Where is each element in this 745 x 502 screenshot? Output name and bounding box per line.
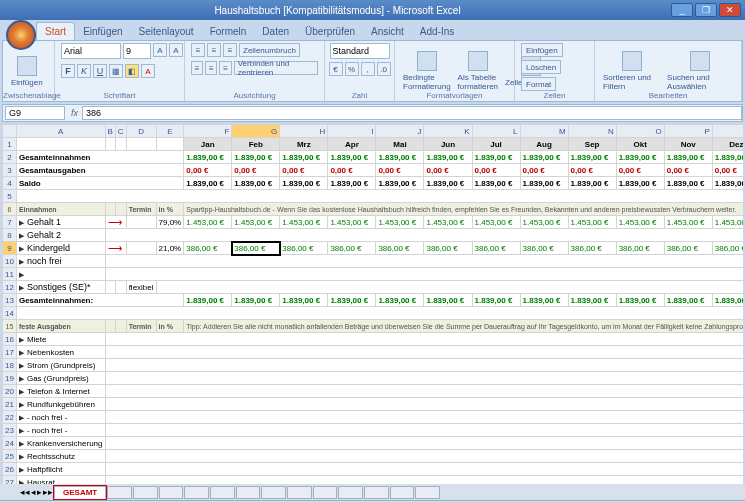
sheet-tab[interactable] — [236, 486, 261, 499]
row-4[interactable]: 4 — [3, 177, 17, 190]
col-Q[interactable]: Q — [712, 125, 743, 138]
grow-font-button[interactable]: A — [153, 43, 167, 57]
row-18[interactable]: 18 — [3, 359, 17, 372]
row-2[interactable]: 2 — [3, 151, 17, 164]
col-B[interactable]: B — [105, 125, 115, 138]
col-G[interactable]: G — [232, 125, 280, 138]
sheet-tab[interactable] — [210, 486, 235, 499]
find-select-button[interactable]: Suchen und Auswählen — [665, 49, 735, 93]
row-15[interactable]: 15 — [3, 320, 17, 333]
align-right-button[interactable]: ≡ — [219, 61, 231, 75]
expand-icon[interactable]: ▶ — [19, 466, 27, 474]
format-cells-button[interactable]: Format — [521, 77, 556, 91]
row-16[interactable]: 16 — [3, 333, 17, 346]
col-A[interactable]: A — [16, 125, 105, 138]
row-22[interactable]: 22 — [3, 411, 17, 424]
sheet-tab[interactable] — [415, 486, 440, 499]
insert-cells-button[interactable]: Einfügen — [521, 43, 563, 57]
border-button[interactable]: ▦ — [109, 64, 123, 78]
list-item[interactable]: ▶Strom (Grundpreis) — [16, 359, 105, 372]
col-O[interactable]: O — [616, 125, 664, 138]
row-23[interactable]: 23 — [3, 424, 17, 437]
wrap-text-button[interactable]: Zeilenumbruch — [239, 43, 300, 57]
list-item[interactable]: ▶Rundfunkgebühren — [16, 398, 105, 411]
percent-button[interactable]: % — [345, 62, 359, 76]
sheet-tab[interactable] — [107, 486, 132, 499]
tab-nav-prev[interactable]: ◂ — [31, 487, 36, 497]
col-N[interactable]: N — [568, 125, 616, 138]
col-C[interactable]: C — [115, 125, 126, 138]
sheet-tab[interactable] — [338, 486, 363, 499]
row-9[interactable]: 9 — [3, 242, 17, 255]
list-item[interactable]: ▶Telefon & Internet — [16, 385, 105, 398]
fx-icon[interactable]: fx — [67, 108, 82, 118]
tab-addins[interactable]: Add-Ins — [412, 23, 462, 40]
row-10[interactable]: 10 — [3, 255, 17, 268]
sheet-tab[interactable] — [313, 486, 338, 499]
name-box[interactable] — [5, 106, 65, 120]
inc-decimal-button[interactable]: .0 — [377, 62, 391, 76]
expand-icon[interactable]: ▶ — [19, 232, 27, 240]
row-26[interactable]: 26 — [3, 463, 17, 476]
list-item[interactable]: ▶Hausrat — [16, 476, 105, 485]
merge-button[interactable]: Verbinden und zentrieren — [234, 61, 318, 75]
list-item[interactable]: ▶Haftpflicht — [16, 463, 105, 476]
expand-icon[interactable]: ▶ — [19, 453, 27, 461]
tab-view[interactable]: Ansicht — [363, 23, 412, 40]
row-13[interactable]: 13 — [3, 294, 17, 307]
align-top-button[interactable]: ≡ — [191, 43, 205, 57]
align-center-button[interactable]: ≡ — [205, 61, 217, 75]
expand-icon[interactable]: ▶ — [19, 401, 27, 409]
col-L[interactable]: L — [472, 125, 520, 138]
table-format-button[interactable]: Als Tabelle formatieren — [456, 49, 500, 93]
tab-formulas[interactable]: Formeln — [202, 23, 255, 40]
cond-format-button[interactable]: Bedingte Formatierung — [401, 49, 453, 93]
row-24[interactable]: 24 — [3, 437, 17, 450]
list-item[interactable]: ▶Miete — [16, 333, 105, 346]
col-H[interactable]: H — [280, 125, 328, 138]
row-27[interactable]: 27 — [3, 476, 17, 485]
minimize-button[interactable]: _ — [671, 3, 693, 17]
comma-button[interactable]: , — [361, 62, 375, 76]
tab-insert[interactable]: Einfügen — [75, 23, 130, 40]
currency-button[interactable]: € — [329, 62, 343, 76]
align-mid-button[interactable]: ≡ — [207, 43, 221, 57]
list-item[interactable]: ▶Krankenversicherung — [16, 437, 105, 450]
expand-icon[interactable]: ▶ — [19, 271, 27, 279]
row-7[interactable]: 7 — [3, 216, 17, 229]
expand-icon[interactable]: ▶ — [19, 219, 27, 227]
tab-nav-next[interactable]: ▸ — [37, 487, 42, 497]
expand-icon[interactable]: ▶ — [19, 284, 27, 292]
bold-button[interactable]: F — [61, 64, 75, 78]
list-item[interactable]: ▶Nebenkosten — [16, 346, 105, 359]
expand-icon[interactable]: ▶ — [19, 388, 27, 396]
row-3[interactable]: 3 — [3, 164, 17, 177]
paste-button[interactable]: Einfügen — [9, 54, 45, 89]
expand-icon[interactable]: ▶ — [19, 414, 27, 422]
col-K[interactable]: K — [424, 125, 472, 138]
row-11[interactable]: 11 — [3, 268, 17, 281]
expand-icon[interactable]: ▶ — [19, 349, 27, 357]
expand-icon[interactable]: ▶ — [19, 245, 27, 253]
align-bot-button[interactable]: ≡ — [223, 43, 237, 57]
active-cell[interactable]: 386,00 € — [232, 242, 280, 255]
sheet-tab[interactable] — [364, 486, 389, 499]
expand-icon[interactable]: ▶ — [19, 440, 27, 448]
col-J[interactable]: J — [376, 125, 424, 138]
expand-icon[interactable]: ▶ — [19, 362, 27, 370]
expand-icon[interactable]: ▶ — [19, 336, 27, 344]
expand-icon[interactable]: ▶ — [19, 258, 27, 266]
maximize-button[interactable]: ❐ — [695, 3, 717, 17]
font-size-select[interactable] — [123, 43, 151, 59]
expand-icon[interactable]: ▶ — [19, 479, 27, 485]
col-I[interactable]: I — [328, 125, 376, 138]
tab-start[interactable]: Start — [36, 22, 75, 40]
col-F[interactable]: F — [184, 125, 232, 138]
row-19[interactable]: 19 — [3, 372, 17, 385]
sheet-tab-gesamt[interactable]: GESAMT — [54, 486, 106, 499]
row-14[interactable]: 14 — [3, 307, 17, 320]
shrink-font-button[interactable]: A — [169, 43, 183, 57]
formula-input[interactable] — [82, 106, 742, 120]
underline-button[interactable]: U — [93, 64, 107, 78]
list-item[interactable]: ▶- noch frei - — [16, 424, 105, 437]
